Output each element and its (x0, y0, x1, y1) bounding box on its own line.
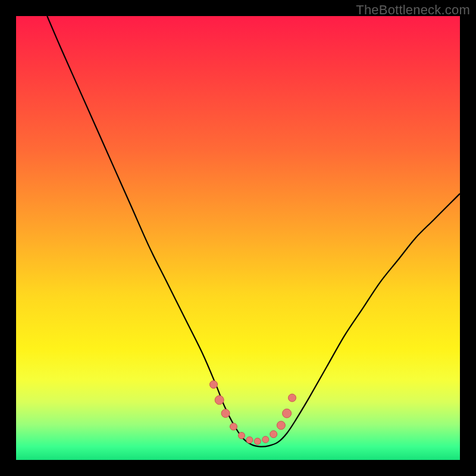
marker-dot (246, 437, 253, 443)
marker-dot (289, 394, 296, 402)
marker-dot (230, 423, 237, 430)
marker-dot (262, 436, 269, 443)
marker-dot (254, 438, 261, 444)
curve-layer (16, 16, 460, 460)
chart-frame: TheBottleneck.com (0, 0, 476, 476)
marker-cluster (210, 381, 296, 445)
marker-dot (215, 396, 224, 405)
marker-dot (277, 421, 285, 430)
marker-dot (239, 433, 245, 439)
marker-dot (283, 409, 292, 418)
marker-dot (210, 381, 218, 389)
marker-dot (270, 431, 277, 438)
watermark-text: TheBottleneck.com (356, 2, 470, 18)
plot-area (16, 16, 460, 460)
marker-dot (221, 409, 230, 418)
bottleneck-curve (47, 16, 460, 447)
